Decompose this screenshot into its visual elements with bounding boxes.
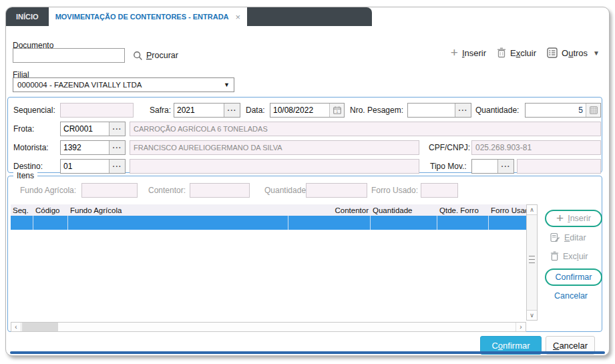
outros-label: Outros <box>562 48 588 58</box>
motorista-lookup-icon[interactable]: ··· <box>109 141 125 154</box>
record-actions-toolbar: + Inserir Excluir Outros ▼ <box>451 47 600 58</box>
motorista-desc-field: FRANCISCO AURELIOGERMANO DA SILVA <box>130 140 419 155</box>
tipo-mov-code-input[interactable] <box>472 160 497 173</box>
trash-icon <box>550 251 559 261</box>
motorista-code-input[interactable] <box>61 141 109 154</box>
frota-lookup-icon[interactable]: ··· <box>109 122 125 136</box>
outros-button[interactable]: Outros ▼ <box>547 47 600 58</box>
scroll-up-icon[interactable]: ∧ <box>527 205 537 215</box>
nro-pesagem-label: Nro. Pesagem: <box>350 103 403 118</box>
itens-editar-label: Editar <box>564 233 586 242</box>
itens-cancelar-label: Cancelar <box>554 291 588 301</box>
cpf-cnpj-label: CPF/CNPJ: <box>429 140 470 155</box>
safra-label: Safra: <box>150 103 171 118</box>
scrollbar-grip[interactable] <box>529 256 535 263</box>
scroll-right-icon[interactable]: › <box>516 323 526 331</box>
tipo-mov-label: Tipo Mov.: <box>430 159 467 174</box>
itens-inserir-label: Inserir <box>568 214 591 223</box>
col-contentor[interactable]: Contentor <box>288 206 371 214</box>
inserir-button[interactable]: + Inserir <box>451 47 486 58</box>
trash-icon <box>497 47 506 58</box>
cancelar-label: Cancelar <box>553 341 588 351</box>
col-fundo-agricola[interactable]: Fundo Agrícola <box>68 206 288 214</box>
excluir-label: Excluir <box>510 48 536 58</box>
plus-icon: + <box>556 213 564 224</box>
itens-groupbox: Itens Fundo Agrícola: Contentor: Quantid… <box>7 176 602 332</box>
forro-usado-filter-field <box>421 183 458 198</box>
nro-pesagem-lookup-icon[interactable]: ··· <box>455 104 471 117</box>
plus-icon: + <box>451 47 458 58</box>
excluir-button[interactable]: Excluir <box>497 47 536 58</box>
destino-lookup-icon[interactable]: ··· <box>109 160 125 173</box>
sequencial-label: Sequencial: <box>13 103 55 118</box>
calculator-icon[interactable] <box>586 104 600 117</box>
itens-excluir-button[interactable]: Excluir <box>550 251 588 261</box>
frota-code-field: ··· <box>60 122 126 136</box>
application-window: INÍCIO MOVIMENTAÇÃO DE CONTENTORES - ENT… <box>5 7 610 356</box>
header-row-2: Frota: ··· CARROÇÃO AGRÍCOLA 6 TONELADAS <box>8 122 602 136</box>
calendar-icon[interactable]: 1 <box>329 104 344 117</box>
tipo-mov-code-field: ··· <box>471 159 514 174</box>
col-forro-usado[interactable]: Forro Usado <box>489 206 526 214</box>
itens-excluir-label: Excluir <box>563 252 588 261</box>
tipo-mov-desc-field <box>517 159 601 174</box>
quantidade-filter-label: Quantidade: <box>264 183 308 198</box>
frota-code-input[interactable] <box>61 122 109 136</box>
tab-close-icon[interactable]: × <box>236 12 241 22</box>
scroll-down-icon[interactable]: ∨ <box>527 310 537 320</box>
destino-code-field: ··· <box>60 159 126 174</box>
tipo-mov-lookup-icon[interactable]: ··· <box>497 160 514 173</box>
frota-desc-field: CARROÇÃO AGRÍCOLA 6 TONELADAS <box>130 122 601 136</box>
itens-confirmar-label: Confirmar <box>556 272 592 282</box>
data-label: Data: <box>246 103 265 118</box>
motorista-code-field: ··· <box>60 140 126 155</box>
tab-bar: INÍCIO MOVIMENTAÇÃO DE CONTENTORES - ENT… <box>6 7 372 26</box>
tab-label: MOVIMENTAÇÃO DE CONTENTORES - ENTRADA <box>55 13 229 21</box>
col-seq[interactable]: Seq. <box>11 206 33 214</box>
header-row-1: Sequencial: Safra: ··· Data: 1 Nro. Pesa… <box>8 103 602 118</box>
nro-pesagem-input[interactable] <box>408 104 455 117</box>
frota-label: Frota: <box>13 122 34 136</box>
destino-code-input[interactable] <box>61 160 109 173</box>
documento-field <box>13 48 125 63</box>
itens-editar-button[interactable]: Editar <box>550 232 586 242</box>
itens-cancelar-button[interactable]: Cancelar <box>554 291 588 301</box>
forro-usado-filter-label: Forro Usado: <box>371 183 418 198</box>
quantidade-filter-field <box>306 183 367 198</box>
documento-input[interactable] <box>13 49 124 62</box>
itens-legend: Itens <box>13 171 37 180</box>
sequencial-field <box>60 103 134 118</box>
procurar-button[interactable]: Procurar <box>133 48 178 63</box>
quantidade-label: Quantidade: <box>475 103 519 118</box>
table-row-selected[interactable] <box>11 216 526 230</box>
itens-confirmar-button[interactable]: Confirmar <box>545 268 602 286</box>
col-quantidade[interactable]: Quantidade <box>371 206 437 214</box>
itens-inserir-button[interactable]: + Inserir <box>545 210 602 227</box>
list-icon <box>547 47 558 58</box>
safra-input[interactable] <box>174 104 224 117</box>
inserir-label: Inserir <box>462 48 486 58</box>
filial-select[interactable]: 0000004 - FAZENDA VITALLY LTDA ▼ <box>13 77 234 92</box>
filial-selected-value: 0000004 - FAZENDA VITALLY LTDA <box>17 81 220 89</box>
col-qtde-forro[interactable]: Qtde. Forro <box>437 206 489 214</box>
safra-lookup-icon[interactable]: ··· <box>224 104 240 117</box>
header-row-3: Motorista: ··· FRANCISCO AURELIOGERMANO … <box>8 140 602 155</box>
header-row-4: Destino: ··· Tipo Mov.: ··· <box>8 159 602 174</box>
hscrollbar-thumb[interactable] <box>22 323 58 331</box>
safra-field: ··· <box>174 103 240 118</box>
confirmar-label: Confirmar <box>491 341 530 351</box>
dropdown-arrow-icon: ▼ <box>220 81 230 88</box>
quantidade-input[interactable] <box>526 104 586 117</box>
scroll-left-icon[interactable]: ‹ <box>11 323 21 331</box>
tab-movimentacao-contentores[interactable]: MOVIMENTAÇÃO DE CONTENTORES - ENTRADA × <box>49 7 248 26</box>
data-input[interactable] <box>270 104 329 117</box>
procurar-label: Procurar <box>146 51 178 60</box>
horizontal-scrollbar[interactable]: ‹ › <box>11 322 526 332</box>
window-bottom-accent <box>10 351 605 354</box>
col-codigo[interactable]: Código <box>33 206 68 214</box>
vertical-scrollbar[interactable]: ∧ ∨ <box>526 204 538 321</box>
fundo-agricola-filter-label: Fundo Agrícola: <box>20 183 76 198</box>
contentor-filter-label: Contentor: <box>148 183 186 198</box>
tab-inicio[interactable]: INÍCIO <box>6 7 49 26</box>
quantidade-field <box>525 103 601 118</box>
